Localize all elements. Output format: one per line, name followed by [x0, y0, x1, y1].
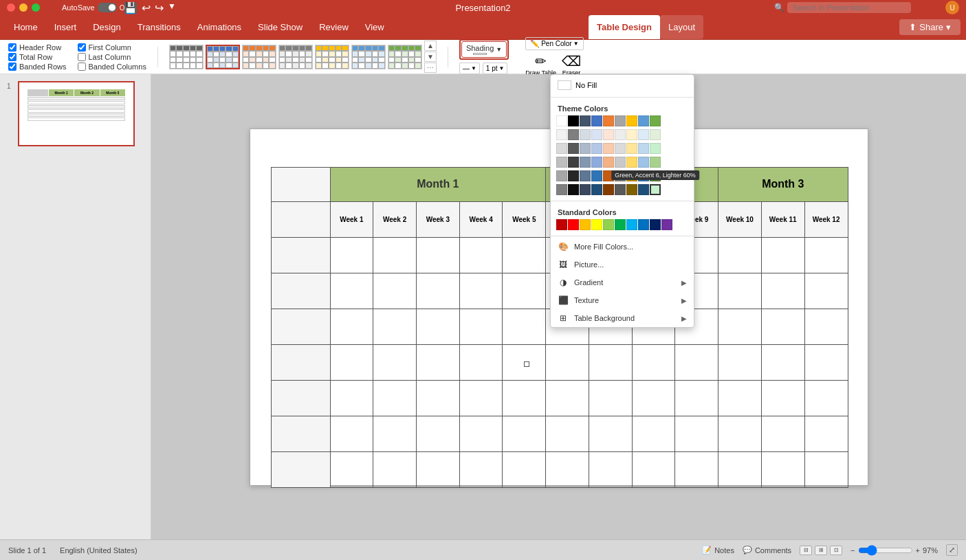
header-row-option[interactable]: Header Row	[8, 43, 67, 52]
std-blue[interactable]	[638, 219, 649, 230]
gradient-option[interactable]: ◑ Gradient ▶	[551, 273, 694, 291]
menu-layout[interactable]: Layout	[660, 15, 703, 39]
minimize-button[interactable]	[19, 3, 28, 12]
window-controls[interactable]	[7, 3, 40, 12]
month1-header: Month 1	[330, 167, 546, 201]
color-darkblue[interactable]	[580, 115, 591, 126]
standard-colors-section: Standard Colors	[551, 203, 694, 234]
undo-icon[interactable]: ↩	[142, 1, 151, 14]
zoom-slider[interactable]	[858, 545, 913, 556]
std-red[interactable]	[568, 219, 579, 230]
eraser-btn[interactable]: ⌫ Eraser	[562, 53, 581, 76]
std-green[interactable]	[615, 219, 626, 230]
last-column-option[interactable]: Last Column	[78, 53, 146, 61]
table-row[interactable]	[271, 416, 848, 451]
draw-eraser-tools: ✏ Draw Table ⌫ Eraser	[525, 53, 583, 76]
texture-option[interactable]: ⬛ Texture ▶	[551, 291, 694, 309]
slide-sorter-icon[interactable]: ⊞	[815, 546, 827, 555]
color-green[interactable]	[650, 115, 661, 126]
normal-view-icon[interactable]: ⊟	[800, 546, 812, 555]
color-gray[interactable]	[615, 115, 626, 126]
view-controls[interactable]: ⊟ ⊞ ⊡	[800, 546, 842, 555]
save-icon[interactable]: 💾	[124, 1, 138, 14]
draw-table-btn[interactable]: ✏ Draw Table	[525, 53, 556, 76]
style-orange[interactable]	[242, 45, 276, 69]
gallery-scroll[interactable]: ▲ ▼ ⋯	[424, 41, 437, 73]
no-fill-option[interactable]: No Fill	[551, 78, 694, 93]
pen-color-btn[interactable]: ✏️ Pen Color ▼	[525, 37, 583, 50]
menu-design[interactable]: Design	[85, 15, 129, 39]
zoom-control[interactable]: − + 97%	[850, 545, 938, 556]
slide-1-thumb[interactable]: 1 Month 1 Month 2 Month 3	[6, 80, 145, 148]
style-blue[interactable]	[206, 45, 240, 69]
table-row[interactable]	[271, 380, 848, 416]
border-style-btn[interactable]: — ▼	[459, 63, 480, 74]
more-fill-colors-option[interactable]: 🎨 More Fill Colors...	[551, 238, 694, 256]
menu-review[interactable]: Review	[311, 15, 357, 39]
table-row[interactable]	[271, 451, 848, 487]
menu-insert[interactable]: Insert	[46, 15, 85, 39]
shading-button-container[interactable]: Shading ▼	[459, 39, 509, 60]
std-lightgreen[interactable]	[603, 219, 614, 230]
style-green[interactable]	[388, 45, 422, 69]
banded-rows-option[interactable]: Banded Rows	[8, 63, 67, 71]
texture-icon: ⬛	[558, 295, 569, 306]
color-blue[interactable]	[591, 115, 602, 126]
color-lightblue[interactable]	[638, 115, 649, 126]
highlighted-green-swatch[interactable]: Green, Accent 6, Lighter 60%	[650, 184, 661, 195]
std-yellow[interactable]	[591, 219, 602, 230]
shading-label: Shading	[466, 44, 494, 52]
theme-shade-row-3	[551, 142, 694, 155]
border-weight-btn[interactable]: 1 pt ▼	[483, 63, 508, 74]
std-purple[interactable]	[661, 219, 672, 230]
color-orange[interactable]	[603, 115, 614, 126]
maximize-button[interactable]	[32, 3, 40, 12]
toolbar-icons: 💾 ↩ ↪ ▼	[124, 1, 176, 14]
std-darkblue[interactable]	[650, 219, 661, 230]
slide-thumbnail[interactable]: Month 1 Month 2 Month 3	[18, 81, 135, 146]
autosave-switch[interactable]	[98, 3, 117, 12]
table-background-label: Table Background	[574, 314, 635, 322]
close-button[interactable]	[7, 3, 15, 12]
comments-button[interactable]: 💬 Comments	[743, 546, 791, 555]
color-white[interactable]	[556, 115, 567, 126]
table-style-gallery[interactable]: ▲ ▼ ⋯	[169, 41, 437, 73]
std-orange[interactable]	[580, 219, 591, 230]
shading-dropdown-arrow[interactable]: ▼	[496, 46, 502, 53]
share-button[interactable]: ⬆ Share ▾	[899, 19, 960, 35]
search-area[interactable]: 🔍	[774, 2, 911, 13]
style-gray[interactable]	[278, 45, 313, 69]
zoom-level: 97%	[923, 546, 938, 555]
redo-icon[interactable]: ↪	[155, 1, 164, 14]
autosave-toggle[interactable]: AutoSave OFF	[62, 3, 133, 12]
profile-avatar[interactable]: U	[945, 1, 959, 14]
std-lightblue[interactable]	[626, 219, 637, 230]
first-column-option[interactable]: First Column	[78, 43, 146, 52]
search-input[interactable]	[787, 2, 911, 13]
menu-home[interactable]: Home	[6, 15, 46, 39]
banded-columns-option[interactable]: Banded Columns	[78, 63, 146, 71]
menu-slideshow[interactable]: Slide Show	[250, 15, 311, 39]
std-darkred[interactable]	[556, 219, 567, 230]
style-yellow[interactable]	[315, 45, 349, 69]
menu-table-design[interactable]: Table Design	[589, 15, 660, 39]
style-none[interactable]	[169, 45, 204, 69]
menu-animations[interactable]: Animations	[189, 15, 250, 39]
shading-button[interactable]: Shading ▼	[461, 41, 507, 58]
fit-slide-button[interactable]: ⤢	[946, 544, 958, 556]
table-background-option[interactable]: ⊞ Table Background ▶	[551, 309, 694, 327]
total-row-option[interactable]: Total Row	[8, 53, 67, 61]
reading-view-icon[interactable]: ⊡	[830, 546, 842, 555]
zoom-out-icon[interactable]: −	[850, 546, 855, 555]
table-row[interactable]	[271, 344, 848, 380]
color-black[interactable]	[568, 115, 579, 126]
menu-transitions[interactable]: Transitions	[129, 15, 189, 39]
color-yellow[interactable]	[626, 115, 637, 126]
more-icon[interactable]: ▼	[168, 1, 176, 14]
picture-option[interactable]: 🖼 Picture...	[551, 256, 694, 273]
zoom-in-icon[interactable]: +	[916, 546, 920, 555]
table-handle[interactable]	[524, 361, 529, 367]
menu-view[interactable]: View	[357, 15, 393, 39]
notes-button[interactable]: 📝 Notes	[702, 546, 734, 555]
style-blue2[interactable]	[351, 45, 386, 69]
